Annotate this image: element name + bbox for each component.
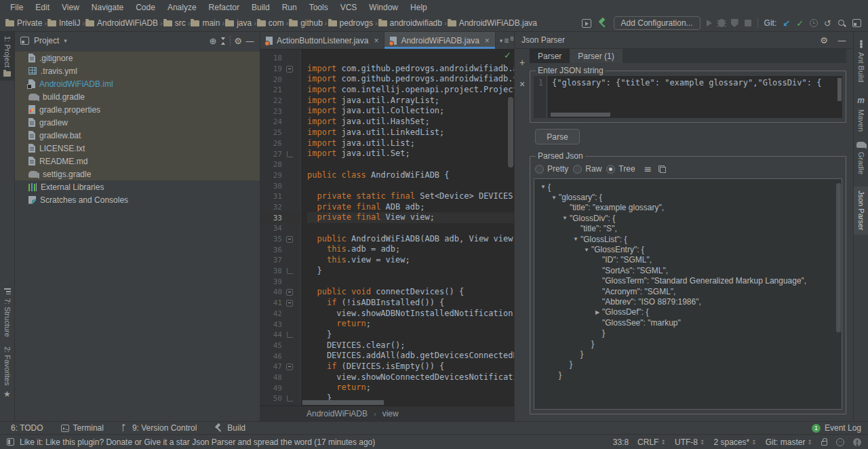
hide-panel-icon[interactable]: — <box>245 37 254 45</box>
sidebar-item-maven[interactable]: m Maven <box>854 92 868 136</box>
breadcrumb-item[interactable]: src › <box>163 18 191 28</box>
code-line[interactable]: import com.github.pedrovgs.androidwifiad… <box>307 74 514 85</box>
fold-marker-icon[interactable] <box>282 300 297 307</box>
json-input-editor[interactable]: 1 {"glossary": {"title": "example glossa… <box>534 76 842 118</box>
view-mode-radio[interactable]: Tree <box>606 164 635 174</box>
code-line[interactable]: import java.util.HashSet; <box>307 117 514 128</box>
breadcrumb-item[interactable]: java › <box>225 18 257 28</box>
tree-toggle-icon[interactable]: ▼ <box>582 247 591 253</box>
project-file-row[interactable]: Scratches and Consoles <box>15 193 260 206</box>
project-file-row[interactable]: AndroidWiFiADB.iml <box>15 77 260 90</box>
coverage-icon[interactable] <box>731 19 738 27</box>
code-line[interactable]: return; <box>307 383 514 393</box>
sidebar-item-structure[interactable]: 7: Structure <box>0 284 14 341</box>
code-line[interactable]: import com.intellij.openapi.project.Proj… <box>307 85 514 96</box>
git-commit-icon[interactable]: ✓ <box>796 18 804 28</box>
json-tree-row[interactable]: } <box>534 349 842 359</box>
code-line[interactable]: import java.util.Set; <box>307 149 514 159</box>
sidebar-item-project[interactable]: 1: Project <box>0 32 14 81</box>
menu-item[interactable]: Run <box>276 0 303 15</box>
code-line[interactable]: if (!isADBInstalled()) { <box>307 298 514 309</box>
fold-marker-icon[interactable] <box>282 268 297 274</box>
project-file-row[interactable]: gradlew.bat <box>15 129 260 142</box>
tool-window-switcher-icon[interactable] <box>7 438 14 446</box>
json-tree-row[interactable]: "Abbrev": "ISO 8879:1986", <box>534 296 842 307</box>
sidebar-item-gradle[interactable]: Gradle <box>854 138 868 178</box>
code-line[interactable]: import java.util.ArrayList; <box>307 96 514 106</box>
json-tree-row[interactable]: "ID": "SGML", <box>534 255 842 265</box>
tool-window-button[interactable]: Terminal <box>61 423 104 433</box>
editor-body[interactable]: 1819202122232425262728293031323334353637… <box>260 50 514 406</box>
vertical-scrollbar[interactable] <box>508 97 513 168</box>
project-file-row[interactable]: build.gradle <box>15 90 260 103</box>
view-mode-radio[interactable]: Raw <box>573 164 601 174</box>
tool-window-button[interactable]: 6: TODO <box>7 423 43 433</box>
code-line[interactable]: view.showNoConnectedDevicesNotification(… <box>307 372 514 383</box>
fold-marker-icon[interactable] <box>282 66 297 73</box>
json-tree-row[interactable]: } <box>534 370 842 380</box>
run-icon[interactable] <box>707 20 712 26</box>
editor-breadcrumb-item[interactable]: AndroidWiFiADB <box>307 409 368 418</box>
menu-item[interactable]: Navigate <box>85 0 130 15</box>
json-tree-row[interactable]: } <box>534 328 842 338</box>
vertical-scrollbar[interactable] <box>837 78 842 101</box>
copy-icon[interactable] <box>658 165 666 173</box>
menu-item[interactable]: Refactor <box>203 0 245 15</box>
sidebar-item-json-parser[interactable]: Json Parser <box>854 187 868 235</box>
chevron-down-icon[interactable]: ▾ <box>64 37 67 44</box>
tool-window-button[interactable]: 9: Version Control <box>121 423 197 433</box>
sidebar-item-ant-build[interactable]: Ant Build <box>854 36 868 86</box>
hide-panel-icon[interactable]: — <box>837 36 846 45</box>
code-line[interactable]: private static final Set<Device> DEVICES… <box>307 191 514 202</box>
event-log-button[interactable]: 1 Event Log <box>812 423 861 433</box>
breadcrumb-item[interactable]: main › <box>191 18 225 28</box>
json-tree-row[interactable]: ▼{ <box>534 182 842 192</box>
remove-parser-tab-button[interactable]: × <box>519 79 525 90</box>
menu-item[interactable]: View <box>56 0 85 15</box>
fold-marker-icon[interactable] <box>282 151 297 157</box>
code-area[interactable]: import com.github.pedrovgs.androidwifiad… <box>301 50 514 406</box>
code-line[interactable]: import java.util.LinkedList; <box>307 128 514 138</box>
code-line[interactable] <box>307 276 514 287</box>
run-anything-icon[interactable] <box>582 19 591 28</box>
parse-button[interactable]: Parse <box>535 129 580 144</box>
debug-icon[interactable] <box>718 19 725 27</box>
editor-tab[interactable]: AndroidWiFiADB.java × <box>384 32 495 49</box>
gutter[interactable]: 1819202122232425262728293031323334353637… <box>260 50 301 406</box>
menu-item[interactable]: VCS <box>334 0 363 15</box>
tree-toggle-icon[interactable]: ▼ <box>560 215 570 221</box>
lock-icon[interactable] <box>821 441 827 446</box>
gear-icon[interactable]: ⚙ <box>820 36 828 45</box>
fold-marker-icon[interactable] <box>282 332 297 338</box>
close-icon[interactable]: × <box>485 36 490 45</box>
code-line[interactable]: if (DEVICES.isEmpty()) { <box>307 362 514 372</box>
tool-windows-icon[interactable] <box>852 19 861 27</box>
code-line[interactable] <box>307 180 514 191</box>
breadcrumb-item[interactable]: pedrovgs › <box>328 18 378 28</box>
tree-toggle-icon[interactable]: ▶ <box>593 309 602 315</box>
menu-item[interactable]: Code <box>130 0 161 15</box>
tool-window-button[interactable]: Build <box>214 423 245 433</box>
fold-marker-icon[interactable] <box>282 395 297 402</box>
json-tree-row[interactable]: ▼"glossary": { <box>534 192 842 202</box>
json-tree[interactable]: ▼{▼"glossary": {"title": "example glossa… <box>534 178 842 410</box>
menu-item[interactable]: Window <box>363 0 404 15</box>
tree-toggle-icon[interactable]: ▼ <box>571 236 580 242</box>
code-line[interactable]: public void connectDevices() { <box>307 287 514 298</box>
breadcrumb-item[interactable]: github › <box>289 18 328 28</box>
status-segment[interactable]: UTF-8 ↕ <box>675 437 705 447</box>
menu-item[interactable]: Analyze <box>161 0 203 15</box>
project-file-row[interactable]: External Libraries <box>15 180 260 193</box>
parser-tab[interactable]: Parser (1) <box>570 49 622 63</box>
code-line[interactable]: view.showADBNotInstalledNotification(); <box>307 309 514 319</box>
gear-icon[interactable]: ⚙ <box>234 37 242 45</box>
code-line[interactable]: import java.util.Collection; <box>307 106 514 117</box>
view-mode-radio[interactable]: Pretty <box>535 164 568 174</box>
parser-tab[interactable]: Parser <box>530 49 570 63</box>
horizontal-scrollbar[interactable] <box>551 113 610 117</box>
status-message[interactable]: Like it: Like this plugin? Donate or Giv… <box>20 437 375 447</box>
fold-marker-icon[interactable] <box>282 364 297 370</box>
status-segment[interactable]: CRLF ↕ <box>637 437 666 447</box>
menu-item[interactable]: Edit <box>29 0 56 15</box>
editor-breadcrumb-item[interactable]: view <box>382 409 399 418</box>
